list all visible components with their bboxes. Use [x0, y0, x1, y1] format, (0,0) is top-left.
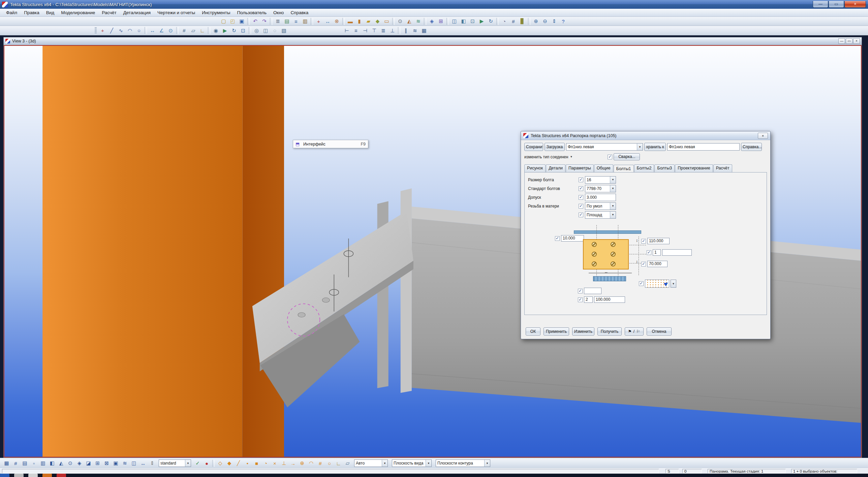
bolt-tool-icon[interactable]: ⊙: [396, 18, 404, 25]
fly-icon[interactable]: ▶: [477, 18, 486, 25]
save-as-name-field[interactable]: Фп1низ левая: [667, 143, 740, 151]
walk-icon[interactable]: ▶: [221, 27, 229, 34]
weld-tool-icon[interactable]: ◭: [405, 18, 413, 25]
open-model-icon[interactable]: ◰: [228, 18, 237, 25]
select-component-icon[interactable]: ◈: [75, 459, 84, 467]
create-point-tool-icon[interactable]: +: [98, 27, 107, 34]
select-object-in-assembly-icon[interactable]: ⊠: [102, 459, 111, 467]
create-item-icon[interactable]: ◆: [373, 18, 382, 25]
menu-item[interactable]: Файл: [3, 9, 21, 16]
save-model-icon[interactable]: ▣: [238, 18, 246, 25]
menu-item[interactable]: Инструменты: [198, 9, 234, 16]
select-grid-line-icon[interactable]: ▤: [21, 459, 29, 467]
start-button[interactable]: [0, 474, 9, 477]
bolt-pattern-preview[interactable]: ▶: [645, 280, 669, 288]
bolt-pattern-checkbox[interactable]: [639, 281, 644, 286]
rows-count-checkbox[interactable]: [647, 250, 651, 255]
drawing-list-icon[interactable]: ≡: [292, 18, 300, 25]
modify-button[interactable]: Изменить: [572, 327, 594, 336]
menu-item[interactable]: Вид: [43, 9, 58, 16]
menu-item[interactable]: Справка: [287, 9, 312, 16]
snap-point-icon[interactable]: •: [243, 459, 252, 467]
select-part-icon[interactable]: ▥: [39, 459, 47, 467]
cols-count-checkbox[interactable]: [578, 297, 583, 302]
menu-item[interactable]: Расчёт: [98, 9, 120, 16]
align-left-icon[interactable]: ⊢: [343, 27, 351, 34]
visibility-icon[interactable]: ◎: [252, 27, 261, 34]
menu-item[interactable]: Окно: [270, 9, 287, 16]
snap-perpendicular-icon[interactable]: ⊥: [280, 459, 288, 467]
select-weld-icon[interactable]: ◭: [57, 459, 65, 467]
cols-count-field[interactable]: 2: [584, 296, 593, 303]
bolt-standard-combo[interactable]: 7798-70 ▼: [585, 185, 616, 192]
wireframe-icon[interactable]: ▧: [280, 27, 288, 34]
measure-bolt-icon[interactable]: ⊙: [166, 27, 175, 34]
clip-plane-icon[interactable]: ◫: [261, 27, 270, 34]
snap-midpoint-icon[interactable]: ◔: [261, 459, 270, 467]
view-close-button[interactable]: ×: [853, 38, 860, 44]
select-task-icon[interactable]: ▣: [112, 459, 120, 467]
taskbar-app-4[interactable]: [57, 474, 66, 477]
zoom-window-icon[interactable]: ⊡: [239, 27, 247, 34]
row-spacing-field[interactable]: 70.000: [647, 261, 668, 267]
redo-icon[interactable]: ↷: [260, 18, 269, 25]
bolt-size-checkbox[interactable]: [579, 178, 583, 182]
tab-parametry[interactable]: Параметры: [566, 164, 594, 172]
chevron-down-icon[interactable]: ▼: [484, 460, 490, 467]
hide-object-icon[interactable]: ◌: [271, 27, 279, 34]
rows-spacing-list-field[interactable]: [662, 249, 692, 256]
apply-style-icon[interactable]: ✓: [193, 459, 202, 467]
tab-risunok[interactable]: Рисунок: [524, 164, 546, 172]
menu-item[interactable]: Чертежи и отчеты: [154, 9, 198, 16]
edge-distance-checkbox[interactable]: [641, 239, 646, 244]
create-plate-icon[interactable]: ▰: [364, 18, 373, 25]
create-grid-icon[interactable]: #: [180, 27, 188, 34]
chevron-down-icon[interactable]: ▼: [185, 460, 191, 467]
rotate-view-icon[interactable]: ↻: [487, 18, 495, 25]
top-offset-field[interactable]: 10.000: [561, 235, 584, 242]
view-camera-icon[interactable]: ◉: [212, 27, 220, 34]
tab-proektirovanie[interactable]: Проектирование: [675, 164, 713, 172]
thread-in-material-checkbox[interactable]: [579, 204, 583, 209]
snap-tangent-icon[interactable]: ◠: [307, 459, 315, 467]
align-top-icon[interactable]: ⊤: [370, 27, 378, 34]
tab-raschet[interactable]: Расчёт: [713, 164, 732, 172]
get-button[interactable]: Получить: [597, 327, 622, 336]
select-surface-icon[interactable]: ◧: [48, 459, 56, 467]
tab-bolty1[interactable]: Болты1: [614, 165, 634, 172]
view-plane-combo[interactable]: Плоскость вида ▼: [392, 459, 432, 467]
align-right-icon[interactable]: ⊣: [361, 27, 369, 34]
work-plane-icon[interactable]: ▱: [189, 27, 197, 34]
help-button[interactable]: Справка...: [741, 143, 762, 151]
pan-icon[interactable]: ⇕: [550, 18, 558, 25]
create-polyline-icon[interactable]: ∿: [117, 27, 125, 34]
create-line-icon[interactable]: ╱: [107, 27, 116, 34]
minimize-button[interactable]: —: [813, 1, 828, 8]
slotted-holes-combo[interactable]: Площад ▼: [585, 211, 616, 219]
drag-drop-toggle-icon[interactable]: ⇕: [148, 459, 156, 467]
distribute-vertical-icon[interactable]: ≋: [411, 27, 419, 34]
view-titlebar[interactable]: View 3 - (3d) —▭×: [4, 37, 862, 45]
snap-reference-icon[interactable]: ◇: [216, 459, 224, 467]
weld-button[interactable]: Сварка...: [614, 153, 640, 160]
save-button[interactable]: Сохранить: [524, 143, 543, 151]
extra-dim-field[interactable]: [584, 288, 601, 294]
measure-distance-icon[interactable]: ↔: [148, 27, 157, 34]
select-grid-icon[interactable]: #: [11, 459, 20, 467]
render-ball-icon[interactable]: ●: [203, 459, 211, 467]
snap-center-icon[interactable]: ⊕: [298, 459, 306, 467]
create-point-icon[interactable]: +: [314, 18, 323, 25]
tab-detali[interactable]: Детали: [546, 164, 565, 172]
select-all-icon[interactable]: ▦: [2, 459, 11, 467]
measure-icon[interactable]: ↔: [323, 18, 332, 25]
toolbar-grip[interactable]: [95, 27, 97, 34]
orbit-icon[interactable]: ↻: [230, 27, 238, 34]
align-middle-icon[interactable]: ≣: [379, 27, 388, 34]
taskbar-app-1[interactable]: [14, 474, 24, 477]
col-spacing-field[interactable]: 100.000: [594, 296, 625, 303]
view-restore-button[interactable]: ▭: [846, 38, 852, 44]
tab-bolty3[interactable]: Болты3: [654, 164, 675, 172]
create-beam-icon[interactable]: ▬: [346, 18, 354, 25]
align-bottom-icon[interactable]: ⊥: [388, 27, 397, 34]
bolt-size-combo[interactable]: 16 ▼: [585, 176, 616, 184]
